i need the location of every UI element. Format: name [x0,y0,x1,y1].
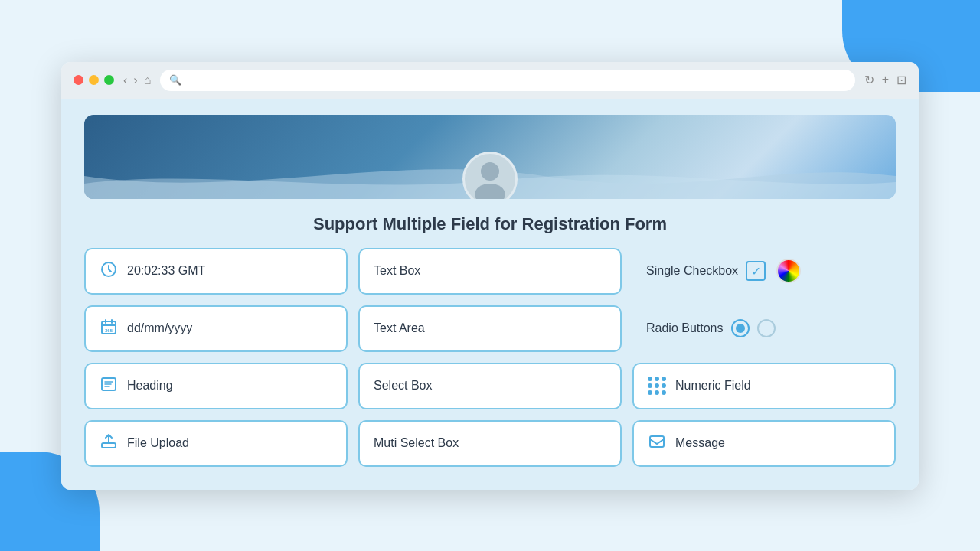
fields-grid: 20:02:33 GMT Text Box Single Checkbox ✓ [84,248,896,467]
calendar-icon: 365 [100,318,118,340]
browser-actions: ↻ + ⊡ [864,73,906,87]
traffic-lights [74,75,114,85]
nav-buttons: ‹ › ⌂ [123,73,151,87]
text-box-button[interactable]: Text Box [358,248,622,295]
file-upload-button[interactable]: File Upload [84,420,348,467]
text-area-button[interactable]: Text Area [358,305,622,352]
close-button[interactable] [74,75,83,85]
heading-button[interactable]: Heading [84,363,348,409]
message-icon [648,432,666,455]
address-bar[interactable]: 🔍 [160,70,854,91]
text-area-label: Text Area [374,321,425,335]
color-wheel-icon [776,259,801,283]
menu-icon[interactable]: ⊡ [897,73,906,87]
page-content: Support Multiple Field for Registration … [61,99,919,490]
text-box-label: Text Box [374,264,420,278]
time-field-label: 20:02:33 GMT [127,264,205,278]
message-label: Message [675,436,725,450]
multi-select-label: Muti Select Box [374,436,459,450]
minimize-button[interactable] [89,75,99,85]
radio-button-1[interactable] [731,319,750,337]
date-field-label: dd/mm/yyyy [127,321,192,335]
file-upload-label: File Upload [127,436,189,450]
svg-point-0 [481,162,499,181]
back-button[interactable]: ‹ [123,73,127,87]
select-box-button[interactable]: Select Box [358,363,622,409]
grid-icon [648,377,666,395]
home-button[interactable]: ⌂ [144,73,152,87]
profile-banner [84,115,896,199]
numeric-field-button[interactable]: Numeric Field [632,363,896,409]
search-icon: 🔍 [169,74,181,86]
radio-buttons-label: Radio Buttons [646,321,724,335]
clock-icon [100,260,118,282]
new-tab-icon[interactable]: + [882,73,889,87]
browser-window: ‹ › ⌂ 🔍 ↻ + ⊡ [61,62,919,490]
svg-text:365: 365 [105,328,113,333]
message-button[interactable]: Message [632,420,896,467]
reload-icon[interactable]: ↻ [864,73,874,87]
avatar-icon [471,158,509,199]
heading-label: Heading [127,379,173,393]
avatar [462,152,518,199]
numeric-icon [648,377,666,395]
time-field-button[interactable]: 20:02:33 GMT [84,248,348,295]
radio-buttons-row[interactable]: Radio Buttons [632,305,896,352]
multi-select-button[interactable]: Muti Select Box [358,420,622,467]
checkbox-icon[interactable]: ✓ [746,261,766,281]
avatar-container [462,152,518,199]
svg-point-1 [475,184,505,199]
maximize-button[interactable] [104,75,114,85]
numeric-field-label: Numeric Field [675,379,751,393]
select-box-label: Select Box [374,379,432,393]
forward-button[interactable]: › [133,73,137,87]
date-field-button[interactable]: 365 dd/mm/yyyy [84,305,348,352]
svg-rect-6 [102,443,116,448]
radio-button-2[interactable] [757,319,776,337]
form-title: Support Multiple Field for Registration … [84,214,896,234]
single-checkbox-row[interactable]: Single Checkbox ✓ [632,248,896,295]
upload-icon [100,432,118,455]
heading-icon [100,375,118,397]
single-checkbox-label: Single Checkbox [646,264,738,278]
browser-bar: ‹ › ⌂ 🔍 ↻ + ⊡ [61,62,919,99]
